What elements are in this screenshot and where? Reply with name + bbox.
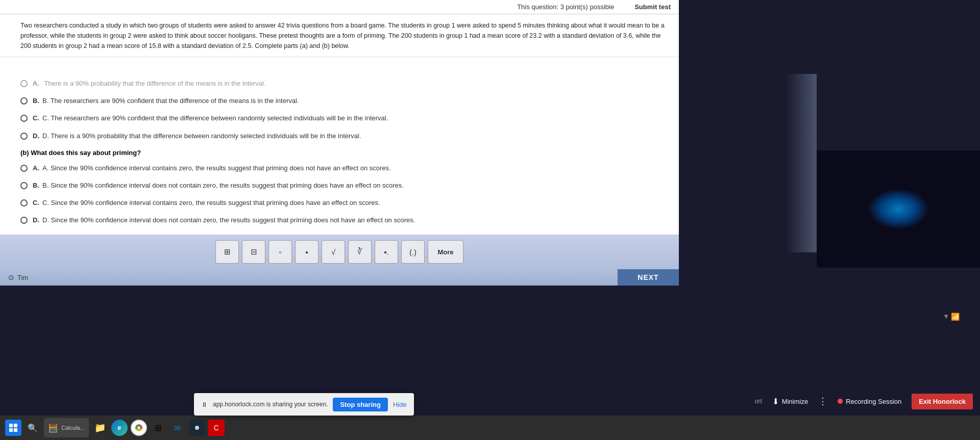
math-btn-8[interactable]: (.) (401, 240, 425, 264)
option-b-a[interactable]: A.A. Since the 90% confidence interval c… (20, 164, 669, 173)
math-btn-5[interactable]: √ (322, 240, 345, 264)
svg-rect-1 (14, 424, 17, 427)
math-btn-3[interactable]: ▫ (268, 240, 292, 264)
text-b: B. The researchers are 90% confident tha… (42, 97, 299, 105)
label-b-b: B. (33, 182, 39, 189)
label-c: C. (33, 114, 39, 122)
main-content-area: This question: 3 point(s) possible Submi… (0, 0, 679, 286)
taskbar-app-game[interactable]: C (208, 420, 225, 436)
math-btn-7[interactable]: ▪. (375, 240, 398, 264)
recording-indicator: Recording Session (838, 398, 901, 405)
text-b-a: A. Since the 90% confidence interval con… (42, 164, 391, 172)
expand-icon[interactable]: ▼ (943, 313, 949, 320)
svg-rect-2 (9, 428, 13, 432)
minimize-icon: ⬇ (772, 397, 779, 406)
label-b-c: C. (33, 199, 39, 206)
exit-honorlock-button[interactable]: Exit Honorlock (912, 394, 973, 409)
pause-icon: ⏸ (201, 401, 208, 408)
label-d: D. (33, 132, 39, 140)
svg-rect-3 (14, 428, 17, 432)
screen-share-message: app.honorlock.com is sharing your screen… (213, 401, 328, 408)
timer-area: ⊙ Tim (0, 269, 679, 286)
math-btn-4[interactable]: ▪ (295, 240, 318, 264)
minimize-label: Minimize (782, 398, 808, 405)
answers-section: A. There is a 90% probability that the d… (0, 74, 679, 245)
timer-text: Tim (17, 274, 28, 281)
timer-icon: ⊙ (8, 273, 14, 281)
calculator-icon: 🧮 (48, 423, 58, 433)
next-button[interactable]: NEXT (618, 269, 679, 286)
option-d[interactable]: D.D. There is a 90% probability that the… (20, 132, 669, 141)
more-options-button[interactable]: ⋮ (818, 396, 827, 407)
hide-link[interactable]: Hide (393, 401, 407, 408)
radio-b-d[interactable] (20, 217, 28, 224)
text-a-faded: There is a 90% probability that the diff… (42, 80, 265, 87)
text-b-c: C. Since the 90% confidence interval con… (42, 199, 380, 206)
label-a-faded: A. (33, 80, 39, 87)
taskbar-app-windows[interactable]: ⊞ (150, 420, 166, 436)
chrome-icon (131, 420, 147, 436)
question-paragraph: Two researchers conducted a study in whi… (20, 22, 665, 49)
math-toolbar: ⊞ ⊟ ▫ ▪ √ ∛ ▪. (.) More (0, 235, 679, 269)
game-icon: C (208, 420, 225, 436)
math-btn-6[interactable]: ∛ (348, 240, 372, 264)
option-b[interactable]: B.B. The researchers are 90% confident t… (20, 96, 669, 106)
more-button[interactable]: More (428, 240, 463, 264)
honorlock-bar: ort ⬇ Minimize ⋮ Recording Session Exit … (748, 387, 980, 416)
radio-b-a[interactable] (20, 165, 28, 172)
part-b-title: (b) What does this say about priming? (20, 149, 669, 157)
taskbar-app-files[interactable]: 📁 (92, 420, 108, 436)
windows-icon (5, 420, 21, 436)
text-c: C. The researchers are 90% confident tha… (42, 114, 388, 122)
camera-panel (817, 150, 980, 268)
taskbar-app-chrome[interactable] (131, 420, 147, 436)
radio-d[interactable] (20, 133, 28, 140)
label-b: B. (33, 97, 39, 105)
svg-rect-0 (9, 424, 13, 427)
question-text-area: Two researchers conducted a study in whi… (0, 14, 679, 57)
text-b-d: D. Since the 90% confidence interval doe… (42, 216, 415, 224)
radio-b[interactable] (20, 97, 28, 105)
email-icon: ✉ (169, 420, 186, 436)
submit-test-label[interactable]: Submit test (634, 3, 671, 11)
signal-icon: 📶 (951, 313, 960, 321)
taskbar-app-steam[interactable] (189, 420, 205, 436)
taskbar-app-edge[interactable]: e (111, 420, 128, 436)
text-d: D. There is a 90% probability that the d… (42, 132, 361, 140)
taskbar-app-email[interactable]: ✉ (169, 420, 186, 436)
windows-apps-icon: ⊞ (150, 420, 166, 436)
minimize-button[interactable]: ⬇ Minimize (772, 397, 808, 406)
steam-icon (189, 420, 205, 436)
option-c[interactable]: C.C. The researchers are 90% confident t… (20, 114, 669, 123)
option-b-b[interactable]: B.B. Since the 90% confidence interval d… (20, 181, 669, 190)
radio-c[interactable] (20, 115, 28, 122)
recording-label: Recording Session (846, 398, 901, 405)
radio-b-b[interactable] (20, 182, 28, 189)
label-b-d: D. (33, 216, 39, 224)
svg-point-8 (195, 426, 199, 430)
math-btn-2[interactable]: ⊟ (242, 240, 265, 264)
question-header: This question: 3 point(s) possible Submi… (0, 0, 679, 14)
search-icon: 🔍 (24, 420, 41, 436)
camera-glow (868, 189, 929, 229)
files-icon: 📁 (92, 420, 108, 436)
radio-b-c[interactable] (20, 199, 28, 206)
math-btn-1[interactable]: ⊞ (215, 240, 239, 264)
taskbar-search[interactable]: 🔍 (24, 420, 41, 436)
option-b-c[interactable]: C.C. Since the 90% confidence interval c… (20, 198, 669, 208)
option-a-faded[interactable]: A. There is a 90% probability that the d… (20, 79, 669, 88)
port-label: ort (755, 398, 762, 405)
calculator-label: Calcula... (61, 425, 85, 431)
option-b-d[interactable]: D.D. Since the 90% confidence interval d… (20, 216, 669, 225)
taskbar-app-calculator[interactable]: 🧮 Calcula... (44, 418, 89, 437)
question-info: This question: 3 point(s) possible (517, 3, 614, 11)
start-button[interactable] (5, 420, 21, 436)
screen-share-bar: ⏸ app.honorlock.com is sharing your scre… (194, 393, 414, 416)
stop-sharing-button[interactable]: Stop sharing (333, 398, 387, 411)
taskbar: 🔍 🧮 Calcula... 📁 e ⊞ ✉ (0, 416, 980, 440)
text-b-b: B. Since the 90% confidence interval doe… (42, 182, 404, 189)
label-b-a: A. (33, 164, 39, 172)
recording-dot (838, 399, 843, 404)
svg-point-6 (137, 427, 140, 429)
radio-a-faded[interactable] (20, 80, 28, 87)
